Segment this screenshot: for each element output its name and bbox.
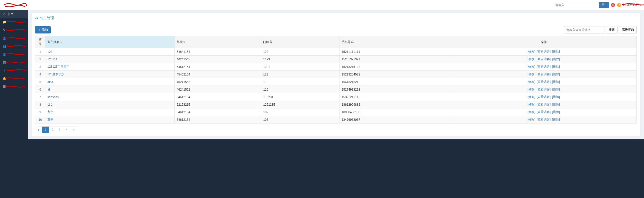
view-link[interactable]: [查看访客]	[537, 57, 551, 61]
page-1[interactable]: 1	[42, 127, 49, 133]
table-row: 8t2-122153215125123518612929882[修改][查看访客…	[35, 101, 637, 108]
cell-name: 曹宇	[45, 108, 175, 116]
delete-link[interactable]: [删除]	[552, 118, 560, 121]
cell-door: 115231	[261, 93, 340, 101]
global-search: 🔍	[553, 2, 609, 8]
gears-icon: ⚙	[35, 16, 38, 20]
cell-door: 1123	[261, 56, 340, 63]
cell-unit: 45462154	[174, 71, 261, 78]
table-row: 3123123手动挡手54612154123115213215123[修改][查…	[35, 63, 637, 71]
cell-unit: 46241552	[174, 78, 261, 86]
view-link[interactable]: [查看访客]	[537, 118, 551, 121]
view-link[interactable]: [查看访客]	[537, 65, 551, 68]
edit-link[interactable]: [修改]	[528, 110, 535, 114]
edit-link[interactable]: [修改]	[528, 103, 535, 106]
delete-link[interactable]: [删除]	[552, 103, 560, 106]
edit-link[interactable]: [修改]	[528, 50, 535, 53]
edit-link[interactable]: [修改]	[528, 88, 535, 91]
search-button[interactable]: 搜索	[606, 26, 618, 33]
delete-link[interactable]: [删除]	[552, 80, 560, 84]
delete-link[interactable]: [删除]	[552, 110, 560, 114]
view-link[interactable]: [查看访客]	[537, 110, 551, 114]
cell-unit: 54641154	[174, 48, 261, 56]
sidebar-item-home[interactable]: ⌂ 首页	[0, 10, 28, 18]
name-link[interactable]: t2-1	[47, 103, 53, 106]
page-4[interactable]: 4	[63, 127, 70, 133]
cell-name: 123胜多负少	[45, 71, 175, 78]
search-input[interactable]	[564, 26, 604, 33]
th-name[interactable]: 业主姓名▲	[45, 36, 175, 48]
view-link[interactable]: [查看访客]	[537, 95, 551, 99]
name-link[interactable]: 123111	[47, 58, 57, 61]
edit-link[interactable]: [修改]	[528, 95, 535, 99]
user-menu[interactable]: Hi 超级你好 ▾	[623, 3, 641, 7]
name-link[interactable]: afsa	[47, 80, 53, 84]
delete-link[interactable]: [删除]	[552, 65, 560, 68]
name-link[interactable]: 123123手动挡手	[47, 65, 70, 68]
edit-link[interactable]: [修改]	[528, 80, 535, 84]
cell-idx: 9	[35, 108, 45, 116]
data-table: 序号 业主姓名▲ 单元⇅ 门牌号 手机号码 操作 112354641154123…	[35, 36, 637, 124]
cell-phone: 15321211112	[340, 93, 451, 101]
delete-link[interactable]: [删除]	[552, 57, 560, 61]
name-link[interactable]: sdasdas	[47, 95, 59, 99]
cell-door: 103	[261, 116, 340, 124]
sidebar-item-3[interactable]: 👤	[0, 34, 28, 42]
name-link[interactable]: 董书	[47, 118, 53, 121]
global-search-button[interactable]: 🔍	[599, 2, 609, 8]
sidebar-item-6[interactable]: ▤	[0, 58, 28, 66]
edit-link[interactable]: [修改]	[528, 57, 535, 61]
sidebar-item-5[interactable]: 👤	[0, 50, 28, 58]
cell-phone: 15274913213	[340, 86, 451, 93]
th-idx[interactable]: 序号	[35, 36, 45, 48]
plus-icon: ＋	[38, 28, 41, 32]
panel-body: ＋ 添加 搜索 高级查询 序号 业主姓名▲ 单元⇅	[32, 23, 640, 136]
topbar: 🔍 5 ? Hi 超级你好 ▾	[0, 0, 644, 10]
th-door[interactable]: 门牌号	[261, 36, 340, 48]
page-next[interactable]: »	[70, 127, 77, 133]
name-link[interactable]: 曹宇	[47, 110, 53, 114]
page-3[interactable]: 3	[56, 127, 63, 133]
edit-link[interactable]: [修改]	[528, 72, 535, 76]
edit-link[interactable]: [修改]	[528, 65, 535, 68]
page-prev[interactable]: «	[35, 127, 42, 133]
name-link[interactable]: fd	[47, 88, 50, 91]
sidebar-item-1[interactable]: 📁	[0, 18, 28, 26]
panel-title-text: 业主管理	[40, 16, 54, 20]
cell-door: 110	[261, 78, 340, 86]
global-search-input[interactable]	[553, 2, 599, 8]
name-link[interactable]: 123胜多负少	[47, 72, 65, 76]
sidebar-item-9[interactable]: ☰	[0, 83, 28, 91]
edit-link[interactable]: [修改]	[528, 118, 535, 121]
sidebar-item-7[interactable]: ﹩	[0, 66, 28, 74]
page-2[interactable]: 2	[49, 127, 56, 133]
cell-phone: 15213215123	[340, 63, 451, 71]
sidebar-item-2[interactable]: ✎	[0, 26, 28, 34]
delete-link[interactable]: [删除]	[552, 72, 560, 76]
name-link[interactable]: 123	[47, 50, 52, 54]
delete-link[interactable]: [删除]	[552, 50, 560, 53]
table-row: 9曹宇5461215410218900456106[修改][查看访客][删除]	[35, 108, 637, 116]
table-row: 5afsa462415521101541321321[修改][查看访客][删除]	[35, 78, 637, 86]
th-unit[interactable]: 单元⇅	[174, 36, 261, 48]
sidebar-item-label: 首页	[8, 12, 14, 16]
view-link[interactable]: [查看访客]	[537, 72, 551, 76]
cell-ops: [修改][查看访客][删除]	[451, 93, 636, 101]
delete-link[interactable]: [删除]	[552, 95, 560, 99]
add-button[interactable]: ＋ 添加	[35, 26, 51, 33]
th-phone[interactable]: 手机号码	[340, 36, 451, 48]
cell-ops: [修改][查看访客][删除]	[451, 101, 636, 108]
cell-door: 1231	[261, 63, 340, 71]
notif-badge-red[interactable]: 5	[611, 3, 615, 7]
cell-unit: 54612154	[174, 93, 261, 101]
delete-link[interactable]: [删除]	[552, 88, 560, 91]
sidebar-item-8[interactable]: 🔔	[0, 74, 28, 83]
sidebar-item-4[interactable]: 👥	[0, 42, 28, 50]
view-link[interactable]: [查看访客]	[537, 80, 551, 84]
view-link[interactable]: [查看访客]	[537, 88, 551, 91]
cell-unit: 54612154	[174, 63, 261, 71]
adv-search-button[interactable]: 高级查询	[619, 26, 637, 33]
view-link[interactable]: [查看访客]	[537, 50, 551, 53]
th-ops: 操作	[451, 36, 636, 48]
view-link[interactable]: [查看访客]	[537, 103, 551, 106]
